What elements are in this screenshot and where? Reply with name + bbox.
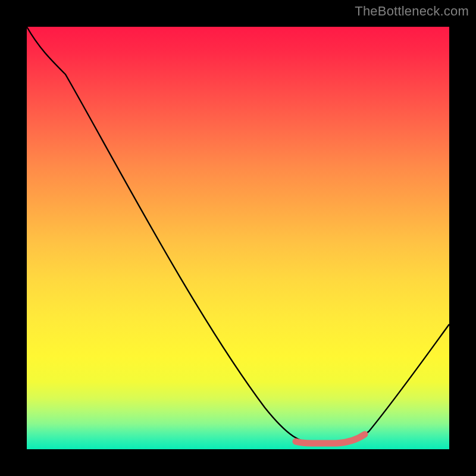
plot-area <box>27 27 449 449</box>
bottleneck-curve-path <box>27 27 449 443</box>
chart-frame: TheBottleneck.com <box>0 0 476 476</box>
watermark-label: TheBottleneck.com <box>355 4 469 19</box>
highlight-segment <box>296 434 365 443</box>
bottleneck-curve-svg <box>27 27 449 449</box>
